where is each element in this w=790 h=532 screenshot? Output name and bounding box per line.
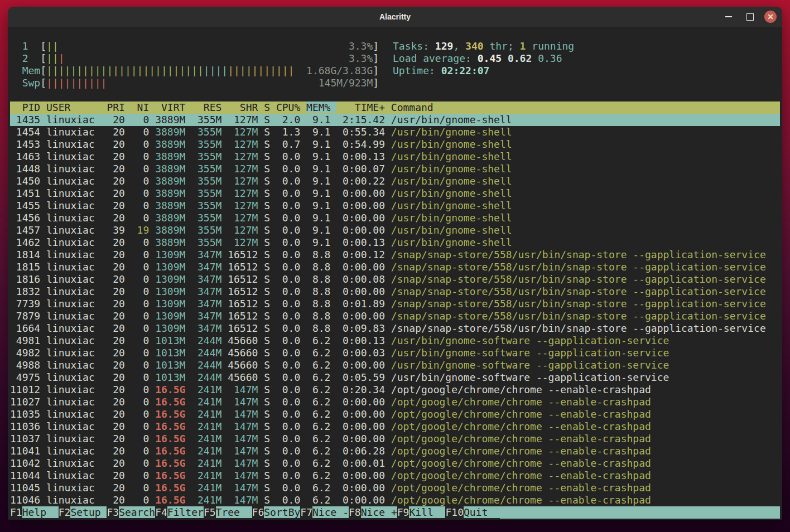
cell-user: linuxiac <box>46 445 107 457</box>
process-row-1664[interactable]: 1664 linuxiac 20 0 1309M 347M 16512 S 0.… <box>10 322 780 335</box>
cell-pid: 4982 <box>10 347 46 359</box>
meter-bracket-close: ] <box>373 52 379 64</box>
cell-ni: 0 <box>131 433 155 444</box>
process-row-1454[interactable]: 1454 linuxiac 20 0 3889M 355M 127M S 1.3… <box>10 126 780 138</box>
window-titlebar[interactable]: Alacritty ✕ <box>8 7 782 27</box>
cell-pri: 20 <box>107 445 131 457</box>
fkey-f6-sortby[interactable]: F6SortBy <box>252 506 301 519</box>
fkey-f10-quit[interactable]: F10Quit <box>445 506 500 519</box>
process-row-1462[interactable]: 1462 linuxiac 20 0 3889M 355M 127M S 0.0… <box>10 236 780 249</box>
cell-res: 347M <box>191 322 228 334</box>
column-header-time[interactable]: TIME+ <box>336 101 391 113</box>
process-row-4988[interactable]: 4988 linuxiac 20 0 1013M 244M 45660 S 0.… <box>10 359 780 371</box>
process-row-11042[interactable]: 11042 linuxiac 20 0 16.5G 241M 147M S 0.… <box>10 457 780 470</box>
process-row-11037[interactable]: 11037 linuxiac 20 0 16.5G 241M 147M S 0.… <box>10 433 780 445</box>
cell-pid: 1815 <box>10 261 46 273</box>
cell-ni: 0 <box>131 273 155 285</box>
process-row-1832[interactable]: 1832 linuxiac 20 0 1309M 347M 16512 S 0.… <box>10 286 780 298</box>
column-header-virt[interactable]: VIRT <box>155 101 191 113</box>
process-row-1456[interactable]: 1456 linuxiac 20 0 3889M 355M 127M S 0.0… <box>10 212 780 224</box>
fkey-action-label: Quit <box>464 506 500 518</box>
column-header-cpu[interactable]: CPU% <box>276 101 306 113</box>
swp-meter-bars-red: |||||||||| <box>46 77 107 89</box>
column-header-user[interactable]: USER <box>46 101 107 113</box>
process-row-7739[interactable]: 7739 linuxiac 20 0 1309M 347M 16512 S 0.… <box>10 298 780 310</box>
cell-command: /usr/bin/gnome-shell <box>391 151 512 162</box>
fkey-f4-filter[interactable]: F4Filter <box>155 506 204 519</box>
process-row-11035[interactable]: 11035 linuxiac 20 0 16.5G 241M 147M S 0.… <box>10 408 780 420</box>
process-row-11027[interactable]: 11027 linuxiac 20 0 16.5G 241M 147M S 0.… <box>10 396 780 408</box>
process-row-4975[interactable]: 4975 linuxiac 20 0 1013M 244M 45660 S 0.… <box>10 371 780 384</box>
column-header-res[interactable]: RES <box>191 101 228 113</box>
process-row-4982[interactable]: 4982 linuxiac 20 0 1013M 244M 45660 S 0.… <box>10 347 780 359</box>
process-row-1457[interactable]: 1457 linuxiac 39 19 3889M 355M 127M S 0.… <box>10 224 780 236</box>
cell-command: /opt/google/chrome/chrome --enable-crash… <box>391 420 651 432</box>
column-header-shr[interactable]: SHR <box>228 101 264 113</box>
tasks-summary-part-3: 340 <box>465 40 484 52</box>
close-button[interactable]: ✕ <box>764 11 777 23</box>
process-row-11012[interactable]: 11012 linuxiac 20 0 16.5G 241M 147M S 0.… <box>10 384 780 396</box>
maximize-button[interactable] <box>743 10 757 23</box>
process-row-11041[interactable]: 11041 linuxiac 20 0 16.5G 241M 147M S 0.… <box>10 445 780 457</box>
cell-command: /snap/snap-store/558/usr/bin/snap-store … <box>391 273 766 285</box>
process-row-11044[interactable]: 11044 linuxiac 20 0 16.5G 241M 147M S 0.… <box>10 470 780 482</box>
mem-meter-label: Mem <box>22 65 41 76</box>
process-row-7879[interactable]: 7879 linuxiac 20 0 1309M 347M 16512 S 0.… <box>10 310 780 322</box>
fkey-f9-kill[interactable]: F9Kill <box>397 506 446 519</box>
cell-res: 244M <box>191 347 228 359</box>
fkey-f7-nice[interactable]: F7Nice - <box>300 506 349 519</box>
cell-mem: 6.2 <box>306 335 336 346</box>
column-header-s[interactable]: S <box>264 101 276 113</box>
cell-pid: 11037 <box>10 433 46 444</box>
process-row-11045[interactable]: 11045 linuxiac 20 0 16.5G 241M 147M S 0.… <box>10 482 780 494</box>
process-row-1814[interactable]: 1814 linuxiac 20 0 1309M 347M 16512 S 0.… <box>10 249 780 261</box>
process-row-1816[interactable]: 1816 linuxiac 20 0 1309M 347M 16512 S 0.… <box>10 273 780 286</box>
cell-state: S <box>264 445 276 457</box>
cell-pid: 11035 <box>10 408 46 420</box>
process-row-11046[interactable]: 11046 linuxiac 20 0 16.5G 241M 147M S 0.… <box>10 494 780 506</box>
cell-user: linuxiac <box>46 187 107 199</box>
cell-pid: 1462 <box>10 236 46 248</box>
fkey-f2-setup[interactable]: F2Setup <box>59 506 107 519</box>
cell-user: linuxiac <box>46 138 107 150</box>
uptime: Uptime: 02:22:07 <box>393 65 574 77</box>
process-row-1455[interactable]: 1455 linuxiac 20 0 3889M 355M 127M S 0.0… <box>10 200 780 212</box>
cell-mem: 8.8 <box>306 286 336 297</box>
column-header-pri[interactable]: PRI <box>107 101 131 113</box>
cell-pid: 7739 <box>10 298 46 309</box>
minimize-button[interactable] <box>722 10 735 23</box>
column-header-ni[interactable]: NI <box>131 101 155 113</box>
cell-time: 0:00.07 <box>336 163 391 175</box>
cell-state: S <box>264 200 276 211</box>
cell-ni: 0 <box>131 420 155 432</box>
process-row-1453[interactable]: 1453 linuxiac 20 0 3889M 355M 127M S 0.7… <box>10 138 780 151</box>
process-row-1463[interactable]: 1463 linuxiac 20 0 3889M 355M 127M S 0.0… <box>10 151 780 163</box>
fkey-f3-search[interactable]: F3Search <box>107 506 155 519</box>
process-row-1450[interactable]: 1450 linuxiac 20 0 3889M 355M 127M S 0.0… <box>10 175 780 187</box>
cell-state: S <box>264 322 276 334</box>
cell-shr: 127M <box>228 236 264 248</box>
process-row-1435[interactable]: 1435 linuxiac 20 0 3889M 355M 127M S 2.0… <box>10 114 780 126</box>
process-row-1815[interactable]: 1815 linuxiac 20 0 1309M 347M 16512 S 0.… <box>10 261 780 273</box>
cell-mem: 9.1 <box>306 126 336 138</box>
cell-state: S <box>264 470 276 481</box>
column-header-pid[interactable]: PID <box>10 101 46 113</box>
fkey-key-label: F8 <box>349 506 361 518</box>
cell-shr: 147M <box>228 494 264 506</box>
cell-pid: 4981 <box>10 335 46 346</box>
cell-user: linuxiac <box>46 494 107 506</box>
cell-user: linuxiac <box>46 126 107 138</box>
load-average-part-4 <box>532 52 538 64</box>
cell-pri: 20 <box>107 249 131 260</box>
process-row-4981[interactable]: 4981 linuxiac 20 0 1013M 244M 45660 S 0.… <box>10 335 780 347</box>
fkey-f8-nice[interactable]: F8Nice + <box>349 506 397 519</box>
process-row-1451[interactable]: 1451 linuxiac 20 0 3889M 355M 127M S 0.0… <box>10 187 780 200</box>
desktop-background: Alacritty ✕ 1 [|| 3.3%] 2 [||| 3.3%] Mem… <box>0 0 790 532</box>
column-header-command[interactable]: Command <box>391 101 433 113</box>
fkey-f5-tree[interactable]: F5Tree <box>204 506 252 519</box>
process-row-11036[interactable]: 11036 linuxiac 20 0 16.5G 241M 147M S 0.… <box>10 420 780 433</box>
cell-time: 0:20.34 <box>336 384 391 395</box>
fkey-f1-help[interactable]: F1Help <box>10 506 59 519</box>
column-header-mem[interactable]: MEM% <box>306 101 336 113</box>
process-row-1448[interactable]: 1448 linuxiac 20 0 3889M 355M 127M S 0.0… <box>10 163 780 175</box>
